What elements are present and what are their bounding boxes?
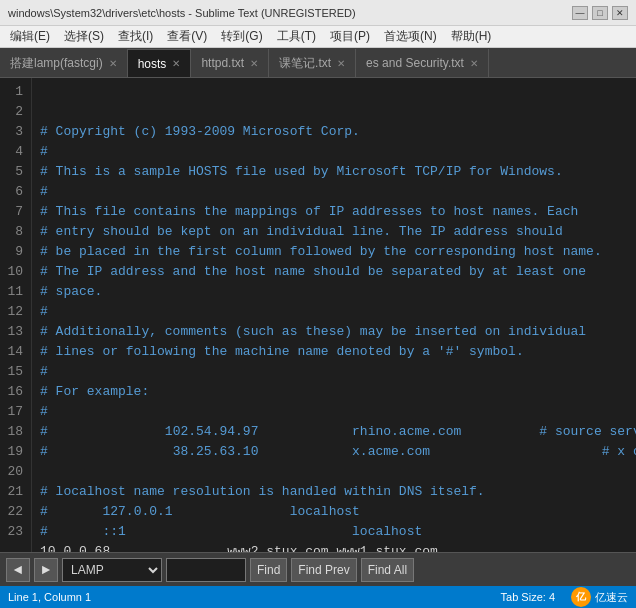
line-number: 23 xyxy=(4,522,23,542)
code-line: # xyxy=(40,142,628,162)
tab-close-icon[interactable]: ✕ xyxy=(109,58,117,69)
tab-es-and-security-txt[interactable]: es and Security.txt✕ xyxy=(356,49,489,77)
code-line: # xyxy=(40,182,628,202)
tab-bar: 搭建lamp(fastcgi)✕hosts✕httpd.txt✕课笔记.txt✕… xyxy=(0,48,636,78)
code-line: # xyxy=(40,402,628,422)
line-number: 6 xyxy=(4,182,23,202)
line-number: 18 xyxy=(4,422,23,442)
title-bar: windows\System32\drivers\etc\hosts - Sub… xyxy=(0,0,636,26)
tab-hosts[interactable]: hosts✕ xyxy=(128,49,192,77)
code-line: # 127.0.0.1 localhost xyxy=(40,502,628,522)
code-line: # space. xyxy=(40,282,628,302)
line-numbers: 1234567891011121314151617181920212223 xyxy=(0,78,32,552)
code-line: # localhost name resolution is handled w… xyxy=(40,482,628,502)
line-number: 14 xyxy=(4,342,23,362)
status-bar: Line 1, Column 1 Tab Size: 4 亿 亿速云 xyxy=(0,586,636,608)
watermark-text: 亿速云 xyxy=(595,590,628,605)
tab-----txt[interactable]: 课笔记.txt✕ xyxy=(269,49,356,77)
code-line: # Copyright (c) 1993-2009 Microsoft Corp… xyxy=(40,122,628,142)
line-number: 3 xyxy=(4,122,23,142)
line-number: 9 xyxy=(4,242,23,262)
tab-label: hosts xyxy=(138,57,167,71)
cursor-position: Line 1, Column 1 xyxy=(8,591,91,603)
menu-item[interactable]: 编辑(E) xyxy=(4,27,56,46)
line-number: 12 xyxy=(4,302,23,322)
code-line: # xyxy=(40,302,628,322)
bottom-toolbar: ◄ ► LAMP Find Find Prev Find All xyxy=(0,552,636,586)
tab-label: 搭建lamp(fastcgi) xyxy=(10,55,103,72)
title-text: windows\System32\drivers\etc\hosts - Sub… xyxy=(8,7,356,19)
line-number: 17 xyxy=(4,402,23,422)
window-controls: — □ ✕ xyxy=(572,6,628,20)
line-number: 1 xyxy=(4,82,23,102)
code-line: # Additionally, comments (such as these)… xyxy=(40,322,628,342)
watermark-logo: 亿 xyxy=(571,587,591,607)
line-number: 4 xyxy=(4,142,23,162)
line-number: 5 xyxy=(4,162,23,182)
tab-label: 课笔记.txt xyxy=(279,55,331,72)
context-select[interactable]: LAMP xyxy=(62,558,162,582)
code-line: # This is a sample HOSTS file used by Mi… xyxy=(40,162,628,182)
tab-label: es and Security.txt xyxy=(366,56,464,70)
tab---lamp-fastcgi-[interactable]: 搭建lamp(fastcgi)✕ xyxy=(0,49,128,77)
code-line: # The IP address and the host name shoul… xyxy=(40,262,628,282)
maximize-button[interactable]: □ xyxy=(592,6,608,20)
line-number: 22 xyxy=(4,502,23,522)
status-right: Tab Size: 4 亿 亿速云 xyxy=(501,587,628,607)
tab-close-icon[interactable]: ✕ xyxy=(337,58,345,69)
line-number: 11 xyxy=(4,282,23,302)
code-line: # For example: xyxy=(40,382,628,402)
watermark: 亿 亿速云 xyxy=(571,587,628,607)
menu-item[interactable]: 项目(P) xyxy=(324,27,376,46)
menu-item[interactable]: 转到(G) xyxy=(215,27,268,46)
code-line: # ::1 localhost xyxy=(40,522,628,542)
line-number: 21 xyxy=(4,482,23,502)
code-content: # Copyright (c) 1993-2009 Microsoft Corp… xyxy=(32,78,636,552)
menu-item[interactable]: 查找(I) xyxy=(112,27,159,46)
menu-item[interactable]: 首选项(N) xyxy=(378,27,443,46)
find-prev-button[interactable]: Find Prev xyxy=(291,558,356,582)
tab-close-icon[interactable]: ✕ xyxy=(470,58,478,69)
tab-label: httpd.txt xyxy=(201,56,244,70)
tab-size-label: Tab Size: 4 xyxy=(501,591,555,603)
code-line: 10.0.0.68 www2.stux.com www1.stux.com xyxy=(40,542,628,552)
find-all-button[interactable]: Find All xyxy=(361,558,414,582)
code-line: # be placed in the first column followed… xyxy=(40,242,628,262)
editor: 1234567891011121314151617181920212223 # … xyxy=(0,78,636,552)
code-line: # 38.25.63.10 x.acme.com # x client host xyxy=(40,442,628,462)
line-number: 2 xyxy=(4,102,23,122)
code-line: # This file contains the mappings of IP … xyxy=(40,202,628,222)
line-number: 19 xyxy=(4,442,23,462)
code-line: # 102.54.94.97 rhino.acme.com # source s… xyxy=(40,422,628,442)
line-number: 7 xyxy=(4,202,23,222)
find-button[interactable]: Find xyxy=(250,558,287,582)
tab-httpd-txt[interactable]: httpd.txt✕ xyxy=(191,49,269,77)
tab-close-icon[interactable]: ✕ xyxy=(250,58,258,69)
menu-item[interactable]: 工具(T) xyxy=(271,27,322,46)
close-button[interactable]: ✕ xyxy=(612,6,628,20)
menu-bar: 编辑(E)选择(S)查找(I)查看(V)转到(G)工具(T)项目(P)首选项(N… xyxy=(0,26,636,48)
code-line xyxy=(40,462,628,482)
code-line: # entry should be kept on an individual … xyxy=(40,222,628,242)
line-number: 20 xyxy=(4,462,23,482)
menu-item[interactable]: 帮助(H) xyxy=(445,27,498,46)
line-number: 8 xyxy=(4,222,23,242)
tab-close-icon[interactable]: ✕ xyxy=(172,58,180,69)
line-number: 10 xyxy=(4,262,23,282)
next-icon[interactable]: ► xyxy=(34,558,58,582)
prev-icon[interactable]: ◄ xyxy=(6,558,30,582)
search-input[interactable] xyxy=(166,558,246,582)
menu-item[interactable]: 选择(S) xyxy=(58,27,110,46)
line-number: 15 xyxy=(4,362,23,382)
code-line: # lines or following the machine name de… xyxy=(40,342,628,362)
menu-item[interactable]: 查看(V) xyxy=(161,27,213,46)
code-line: # xyxy=(40,362,628,382)
line-number: 13 xyxy=(4,322,23,342)
minimize-button[interactable]: — xyxy=(572,6,588,20)
line-number: 16 xyxy=(4,382,23,402)
